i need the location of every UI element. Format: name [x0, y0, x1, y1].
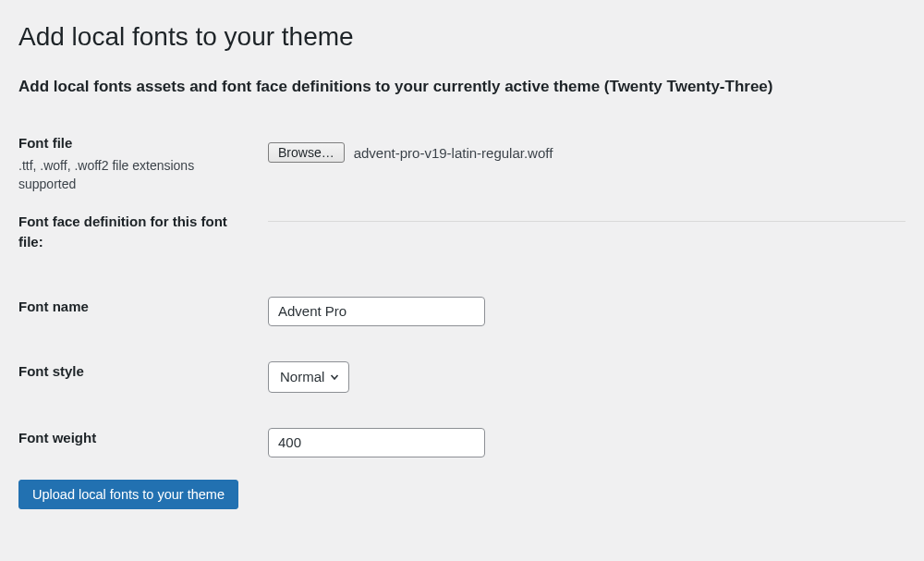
- font-file-label: Font file: [18, 133, 249, 154]
- font-file-picker[interactable]: Browse… advent-pro-v19-latin-regular.wof…: [268, 142, 553, 163]
- field-font-file: Font file .ttf, .woff, .woff2 file exten…: [18, 133, 906, 193]
- field-font-name: Font name: [18, 297, 906, 326]
- font-name-label: Font name: [18, 297, 249, 318]
- font-style-label: Font style: [18, 361, 249, 383]
- font-weight-input[interactable]: [268, 428, 485, 457]
- page-subtitle: Add local fonts assets and font face def…: [18, 78, 906, 96]
- section-divider-line: [268, 221, 906, 222]
- font-weight-label: Font weight: [18, 428, 249, 449]
- font-face-definition-section: Font face definition for this font file:: [18, 212, 906, 252]
- field-font-style: Font style Normal: [18, 361, 906, 393]
- browse-button[interactable]: Browse…: [268, 142, 345, 163]
- font-face-definition-label: Font face definition for this font file:: [18, 212, 249, 252]
- font-style-value: Normal: [280, 369, 324, 384]
- font-file-hint: .ttf, .woff, .woff2 file extensions supp…: [18, 156, 249, 194]
- font-style-select[interactable]: Normal: [268, 361, 349, 393]
- font-name-input[interactable]: [268, 297, 485, 326]
- selected-file-name: advent-pro-v19-latin-regular.woff: [354, 145, 553, 161]
- upload-fonts-button[interactable]: Upload local fonts to your theme: [18, 480, 238, 509]
- chevron-down-icon: [328, 371, 341, 384]
- page-title: Add local fonts to your theme: [18, 22, 906, 52]
- field-font-weight: Font weight: [18, 428, 906, 457]
